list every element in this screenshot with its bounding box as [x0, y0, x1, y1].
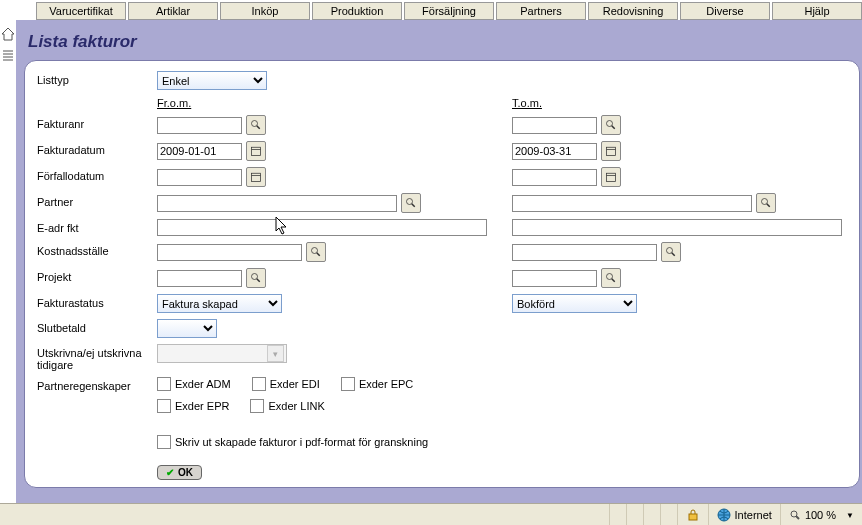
search-icon[interactable] [246, 268, 266, 288]
fakturanr-from-input[interactable] [157, 117, 242, 134]
svg-line-1 [257, 126, 260, 129]
label-partner: Partner [37, 193, 157, 208]
label-eadr: E-adr fkt [37, 219, 157, 234]
status-bar: Internet 100 % ▼ [0, 503, 862, 525]
label-utskrivna: Utskrivna/ej utskrivna tidigare [37, 344, 157, 371]
svg-rect-8 [252, 173, 261, 181]
svg-line-27 [796, 516, 799, 519]
projekt-to-input[interactable] [512, 270, 597, 287]
check-icon: ✔ [166, 467, 174, 478]
checkbox-exder-epc[interactable]: Exder EPC [341, 377, 413, 391]
fakturastatus-to-select[interactable]: Bokförd [512, 294, 637, 313]
svg-line-23 [612, 279, 615, 282]
checkbox-exder-edi[interactable]: Exder EDI [252, 377, 320, 391]
tab-forsaljning[interactable]: Försäljning [404, 2, 494, 20]
tab-varucertifikat[interactable]: Varucertifikat [36, 2, 126, 20]
chevron-down-icon: ▼ [846, 511, 854, 520]
svg-point-20 [252, 274, 258, 280]
search-icon[interactable] [401, 193, 421, 213]
svg-rect-24 [689, 514, 697, 520]
kostnadsstalle-from-input[interactable] [157, 244, 302, 261]
status-security [677, 504, 708, 525]
svg-rect-6 [607, 147, 616, 155]
calendar-icon[interactable] [246, 141, 266, 161]
search-icon[interactable] [601, 268, 621, 288]
tom-header: T.o.m. [512, 97, 847, 109]
ok-button[interactable]: ✔OK [157, 465, 202, 480]
kostnadsstalle-to-input[interactable] [512, 244, 657, 261]
calendar-icon[interactable] [601, 167, 621, 187]
calendar-icon[interactable] [601, 141, 621, 161]
checkbox-exder-adm[interactable]: Exder ADM [157, 377, 231, 391]
lock-icon [686, 508, 700, 522]
label-fakturanr: Fakturanr [37, 115, 157, 130]
globe-icon [717, 508, 731, 522]
label-fakturadatum: Fakturadatum [37, 141, 157, 156]
slutbetald-select[interactable] [157, 319, 217, 338]
svg-rect-4 [252, 147, 261, 155]
search-icon [789, 509, 801, 521]
search-icon[interactable] [756, 193, 776, 213]
svg-line-13 [412, 204, 415, 207]
page-title: Lista fakturor [28, 32, 860, 52]
status-zoom[interactable]: 100 % ▼ [780, 504, 862, 525]
label-forfallodatum: Förfallodatum [37, 167, 157, 182]
sidebar [0, 20, 16, 503]
from-header: Fr.o.m. [157, 97, 492, 109]
tab-diverse[interactable]: Diverse [680, 2, 770, 20]
svg-point-0 [252, 121, 258, 127]
svg-line-15 [767, 204, 770, 207]
svg-point-12 [407, 199, 413, 205]
tab-redovisning[interactable]: Redovisning [588, 2, 678, 20]
svg-line-21 [257, 279, 260, 282]
tab-produktion[interactable]: Produktion [312, 2, 402, 20]
fakturadatum-from-input[interactable] [157, 143, 242, 160]
label-partneregenskaper: Partneregenskaper [37, 377, 157, 392]
checkbox-exder-epr[interactable]: Exder EPR [157, 399, 229, 413]
home-icon[interactable] [0, 26, 16, 42]
svg-point-16 [312, 248, 318, 254]
tab-hjalp[interactable]: Hjälp [772, 2, 862, 20]
tab-partners[interactable]: Partners [496, 2, 586, 20]
svg-line-3 [612, 126, 615, 129]
search-icon[interactable] [246, 115, 266, 135]
fakturadatum-to-input[interactable] [512, 143, 597, 160]
label-slutbetald: Slutbetald [37, 319, 157, 334]
search-icon[interactable] [601, 115, 621, 135]
list-icon[interactable] [0, 48, 16, 64]
eadr-to-input[interactable] [512, 219, 842, 236]
svg-point-2 [607, 121, 613, 127]
projekt-from-input[interactable] [157, 270, 242, 287]
label-listtyp: Listtyp [37, 71, 157, 86]
listtyp-select[interactable]: Enkel [157, 71, 267, 90]
top-tabs: Varucertifikat Artiklar Inköp Produktion… [0, 0, 862, 20]
label-kostnadsstalle: Kostnadsställe [37, 242, 157, 257]
partner-from-input[interactable] [157, 195, 397, 212]
svg-line-17 [317, 253, 320, 256]
label-fakturastatus: Fakturastatus [37, 294, 157, 309]
forfallodatum-from-input[interactable] [157, 169, 242, 186]
svg-rect-10 [607, 173, 616, 181]
fakturanr-to-input[interactable] [512, 117, 597, 134]
tab-inkop[interactable]: Inköp [220, 2, 310, 20]
svg-line-19 [672, 253, 675, 256]
search-icon[interactable] [306, 242, 326, 262]
label-projekt: Projekt [37, 268, 157, 283]
forfallodatum-to-input[interactable] [512, 169, 597, 186]
fakturastatus-from-select[interactable]: Faktura skapad [157, 294, 282, 313]
checkbox-pdf-print[interactable]: Skriv ut skapade fakturor i pdf-format f… [157, 435, 428, 449]
tab-artiklar[interactable]: Artiklar [128, 2, 218, 20]
partner-to-input[interactable] [512, 195, 752, 212]
svg-point-14 [762, 199, 768, 205]
search-icon[interactable] [661, 242, 681, 262]
checkbox-exder-link[interactable]: Exder LINK [250, 399, 324, 413]
svg-point-18 [667, 248, 673, 254]
svg-point-22 [607, 274, 613, 280]
utskrivna-select-disabled: ▾ [157, 344, 287, 363]
eadr-from-input[interactable] [157, 219, 487, 236]
calendar-icon[interactable] [246, 167, 266, 187]
status-zone: Internet [708, 504, 780, 525]
